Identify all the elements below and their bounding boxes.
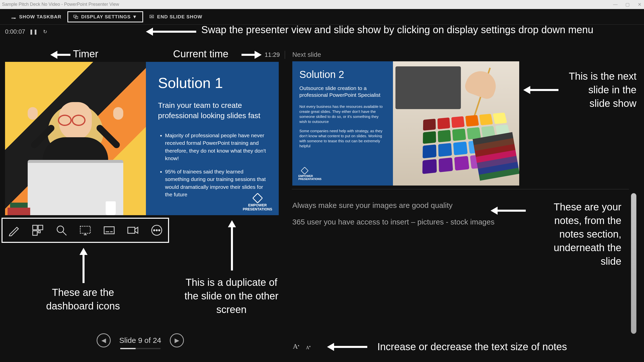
display-settings-label: DISPLAY SETTINGS ▼ bbox=[81, 14, 137, 20]
logo-empower: EMPOWER PRESENTATIONS bbox=[298, 168, 321, 180]
taskbar-icon bbox=[11, 14, 16, 19]
annotation-arrow bbox=[229, 220, 235, 270]
display-settings-icon bbox=[73, 14, 78, 19]
next-slide-button[interactable]: ▶ bbox=[170, 333, 184, 347]
color-swatch bbox=[467, 127, 481, 140]
zoom-icon[interactable] bbox=[55, 224, 68, 237]
color-swatch bbox=[437, 117, 450, 129]
slide-progress bbox=[120, 348, 160, 349]
show-taskbar-button[interactable]: SHOW TASKBAR bbox=[11, 14, 61, 20]
color-swatch bbox=[438, 157, 453, 172]
color-swatch bbox=[493, 113, 507, 124]
slide-bullet: 95% of trainees said they learned someth… bbox=[165, 168, 267, 199]
black-screen-icon[interactable] bbox=[79, 224, 92, 237]
annotation-duplicate-slide: This is a duplicate of the slide on the … bbox=[181, 276, 282, 316]
slide-title: Solution 1 bbox=[158, 74, 267, 91]
annotation-dashboard-icons: These are the dashboard icons bbox=[35, 286, 131, 313]
svg-rect-20 bbox=[128, 227, 135, 233]
camera-icon[interactable] bbox=[127, 224, 139, 237]
presenter-view-app: SHOW TASKBAR DISPLAY SETTINGS ▼ END SLID… bbox=[0, 9, 644, 362]
svg-rect-2 bbox=[13, 18, 14, 19]
next-slide-title: Solution 2 bbox=[299, 69, 386, 80]
pause-icon[interactable]: ❚❚ bbox=[30, 28, 37, 35]
slide-subtitle: Train your team to create professional l… bbox=[158, 100, 267, 121]
slide-image bbox=[5, 62, 146, 215]
next-slide-label: Next slide bbox=[292, 51, 321, 59]
color-swatch bbox=[438, 143, 452, 157]
next-slide-para: Not every business has the resources ava… bbox=[299, 104, 386, 124]
svg-rect-9 bbox=[38, 225, 43, 230]
color-swatch bbox=[438, 130, 451, 142]
annotation-arrow bbox=[242, 52, 262, 58]
color-swatch bbox=[422, 159, 437, 174]
end-slideshow-icon bbox=[149, 14, 154, 19]
color-swatch bbox=[465, 115, 479, 126]
annotation-arrow bbox=[80, 248, 87, 283]
annotation-notes: These are your notes, from the notes sec… bbox=[536, 200, 621, 268]
svg-rect-11 bbox=[38, 231, 40, 233]
svg-rect-8 bbox=[33, 225, 37, 230]
increase-font-button[interactable]: A▴ bbox=[293, 342, 299, 350]
slide-text: Solution 1 Train your team to create pro… bbox=[146, 62, 279, 215]
slide-bullet: Majority of professional people have nev… bbox=[165, 132, 267, 162]
slide-bullets: Majority of professional people have nev… bbox=[158, 132, 267, 199]
color-swatch bbox=[451, 116, 465, 128]
color-swatch bbox=[454, 156, 469, 171]
window-title: Sample Pitch Deck No Video - PowerPoint … bbox=[2, 2, 119, 7]
next-slide-image bbox=[393, 61, 519, 186]
prev-slide-button[interactable]: ◀ bbox=[97, 333, 111, 347]
notes-font-controls: A▴ A▾ bbox=[293, 342, 311, 350]
annotation-arrow bbox=[491, 208, 526, 214]
minimize-icon[interactable]: — bbox=[613, 2, 618, 7]
annotation-arrow bbox=[327, 344, 367, 350]
maximize-icon[interactable]: ▢ bbox=[625, 2, 630, 7]
svg-rect-14 bbox=[80, 226, 90, 233]
svg-point-24 bbox=[158, 230, 160, 231]
toolbar: SHOW TASKBAR DISPLAY SETTINGS ▼ END SLID… bbox=[0, 9, 644, 25]
end-slideshow-button[interactable]: END SLIDE SHOW bbox=[149, 14, 203, 20]
end-slideshow-label: END SLIDE SHOW bbox=[157, 14, 203, 20]
decrease-font-button[interactable]: A▾ bbox=[306, 345, 311, 350]
annotation-timer: Timer bbox=[73, 48, 98, 60]
timer-elapsed: 0:00:07 bbox=[5, 28, 25, 35]
window-titlebar: Sample Pitch Deck No Video - PowerPoint … bbox=[0, 0, 644, 9]
annotation-next-slide: This is the next slide in the slide show bbox=[566, 69, 636, 110]
svg-rect-17 bbox=[104, 227, 114, 234]
svg-point-22 bbox=[153, 230, 155, 231]
see-all-slides-icon[interactable] bbox=[31, 224, 44, 237]
notes-scrollbar[interactable] bbox=[631, 193, 636, 334]
next-slide-preview[interactable]: Solution 2 Outsource slide creation to a… bbox=[292, 61, 519, 186]
divider bbox=[292, 189, 629, 189]
annotation-arrow bbox=[523, 87, 558, 93]
current-slide-preview: Solution 1 Train your team to create pro… bbox=[5, 62, 279, 215]
close-icon[interactable]: ✕ bbox=[637, 2, 642, 7]
slide-navigation: ◀ Slide 9 of 24 ▶ bbox=[97, 333, 184, 347]
divider bbox=[285, 51, 285, 59]
svg-rect-10 bbox=[33, 231, 37, 235]
svg-line-13 bbox=[63, 232, 66, 235]
color-swatch bbox=[453, 142, 468, 155]
display-settings-button[interactable]: DISPLAY SETTINGS ▼ bbox=[67, 11, 143, 22]
slide-counter: Slide 9 of 24 bbox=[119, 336, 161, 345]
annotation-arrow bbox=[146, 29, 196, 35]
annotation-clock: Current time bbox=[173, 48, 228, 60]
next-slide-text: Solution 2 Outsource slide creation to a… bbox=[292, 61, 393, 186]
next-slide-para: Some companies need help with strategy, … bbox=[299, 128, 386, 149]
timer-group: 0:00:07 ❚❚ ↻ bbox=[5, 28, 48, 35]
clock-time: 11:29 bbox=[265, 51, 280, 58]
next-slide-subtitle: Outsource slide creation to a profession… bbox=[299, 85, 386, 99]
pen-icon[interactable] bbox=[8, 224, 20, 237]
color-swatch bbox=[423, 119, 436, 130]
subtitle-icon[interactable] bbox=[103, 224, 115, 237]
dashboard-toolbar bbox=[2, 218, 169, 243]
annotation-font-size: Increase or decrease the text size of no… bbox=[377, 340, 584, 353]
show-taskbar-label: SHOW TASKBAR bbox=[19, 14, 61, 20]
color-swatch bbox=[423, 145, 436, 158]
window-buttons: — ▢ ✕ bbox=[613, 2, 642, 7]
annotation-display-settings: Swap the presenter view and slide show b… bbox=[201, 24, 593, 35]
restart-timer-icon[interactable]: ↻ bbox=[42, 28, 48, 35]
annotation-arrow bbox=[50, 52, 70, 58]
color-swatch bbox=[452, 128, 466, 141]
svg-rect-1 bbox=[12, 18, 13, 19]
more-options-icon[interactable] bbox=[150, 224, 163, 237]
